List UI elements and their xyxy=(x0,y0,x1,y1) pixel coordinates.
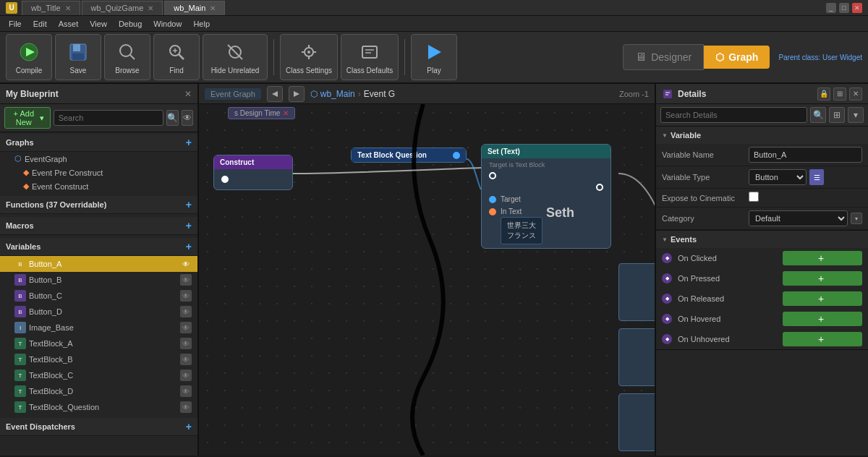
functions-add-icon[interactable]: + xyxy=(186,199,192,210)
node-group-1[interactable] xyxy=(618,263,655,321)
nav-back-button[interactable] xyxy=(267,86,283,102)
variable-button-b[interactable]: B Button_B 👁 xyxy=(0,272,197,288)
details-view-icon[interactable]: ⊞ xyxy=(829,107,845,123)
variable-button-a[interactable]: B Button_A 👁 xyxy=(0,256,197,272)
details-close-button[interactable]: ✕ xyxy=(849,87,862,101)
visibility-icon[interactable]: 👁 xyxy=(180,274,192,286)
construct-exec-out-pin[interactable] xyxy=(214,174,292,185)
visibility-icon[interactable]: 👁 xyxy=(180,370,192,381)
details-search-icon[interactable]: 🔍 xyxy=(810,107,826,123)
tab-wb-quizgame[interactable]: wb_QuizGame ✕ xyxy=(82,1,163,15)
maximize-button[interactable]: □ xyxy=(839,3,849,13)
graph-toggle-button[interactable]: ⬡ Graph xyxy=(704,46,770,69)
filter-icon[interactable]: 👁 xyxy=(182,110,193,126)
search-icon[interactable]: 🔍 xyxy=(166,110,179,126)
visibility-icon[interactable]: 👁 xyxy=(180,354,192,365)
tab-close-icon[interactable]: ✕ xyxy=(210,4,216,12)
tree-item-event-construct[interactable]: ◆ Event Construct xyxy=(0,179,197,193)
variable-textblock-a[interactable]: T TextBlock_A 👁 xyxy=(0,336,197,351)
visibility-icon[interactable]: 👁 xyxy=(180,338,192,349)
category-select[interactable]: Default xyxy=(749,210,848,226)
graph-canvas[interactable]: s Design Time ✕ Construct Text Block Que… xyxy=(199,104,655,456)
visibility-icon[interactable]: 👁 xyxy=(180,401,192,413)
exec-out-pin[interactable] xyxy=(482,181,610,193)
class-settings-button[interactable]: Class Settings xyxy=(280,34,338,80)
variables-add-icon[interactable]: + xyxy=(186,241,192,252)
variable-button-d[interactable]: B Button_D 👁 xyxy=(0,304,197,320)
close-button[interactable]: ✕ xyxy=(852,3,862,13)
details-lock-button[interactable]: 🔒 xyxy=(817,87,830,101)
variable-name-input[interactable] xyxy=(749,147,862,163)
add-new-button[interactable]: + Add New ▾ xyxy=(4,107,51,129)
details-grid-button[interactable]: ⊞ xyxy=(833,87,846,101)
macros-section-header[interactable]: Macros + xyxy=(0,217,197,235)
on-hovered-add-button[interactable] xyxy=(783,312,862,326)
on-unhovered-add-button[interactable] xyxy=(783,332,862,346)
node-group-3[interactable] xyxy=(618,393,655,451)
breadcrumb-wb-main[interactable]: wb_Main xyxy=(320,89,355,99)
menu-help[interactable]: Help xyxy=(187,18,216,30)
category-expand-icon[interactable]: ▾ xyxy=(851,213,862,224)
menu-asset[interactable]: Asset xyxy=(53,18,85,30)
target-pin[interactable]: Target xyxy=(482,193,610,205)
find-button[interactable]: Find xyxy=(153,34,200,80)
variable-textblock-d[interactable]: T TextBlock_D 👁 xyxy=(0,383,197,399)
on-released-add-button[interactable] xyxy=(783,291,862,306)
visibility-icon[interactable]: 👁 xyxy=(180,290,192,302)
menu-file[interactable]: File xyxy=(3,18,27,30)
details-search-input[interactable] xyxy=(660,107,807,123)
menu-view[interactable]: View xyxy=(84,18,113,30)
functions-section-header[interactable]: Functions (37 Overridable) + xyxy=(0,196,197,214)
on-pressed-add-button[interactable] xyxy=(783,271,862,286)
events-section-header[interactable]: Events xyxy=(656,231,868,248)
text-block-question-node[interactable]: Text Block Question xyxy=(351,148,467,163)
variable-button-c[interactable]: B Button_C 👁 xyxy=(0,288,197,304)
compile-button[interactable]: Compile xyxy=(6,34,52,80)
event-dispatchers-header[interactable]: Event Dispatchers + xyxy=(0,418,197,436)
set-text-node[interactable]: Set (Text) Target is Text Block Target xyxy=(481,144,611,249)
node-group-2[interactable] xyxy=(618,328,655,386)
minimize-button[interactable]: _ xyxy=(826,3,836,13)
play-button[interactable]: Play xyxy=(411,34,457,80)
tab-wb-title[interactable]: wb_Title ✕ xyxy=(22,1,80,15)
designer-toggle-button[interactable]: 🖥 Designer xyxy=(623,44,704,70)
tree-item-event-pre-construct[interactable]: ◆ Event Pre Construct xyxy=(0,166,197,179)
graphs-add-icon[interactable]: + xyxy=(186,137,192,148)
visibility-icon[interactable]: 👁 xyxy=(180,258,192,270)
menu-window[interactable]: Window xyxy=(148,18,187,30)
tree-item-eventgraph[interactable]: ⬡ EventGraph xyxy=(0,152,197,166)
visibility-icon[interactable]: 👁 xyxy=(180,385,192,397)
variable-image-base[interactable]: I Image_Base 👁 xyxy=(0,320,197,336)
tab-close-icon[interactable]: ✕ xyxy=(148,4,153,12)
variable-textblock-question[interactable]: T TextBlock_Question 👁 xyxy=(0,399,197,415)
event-dispatchers-add-icon[interactable]: + xyxy=(186,421,192,432)
macros-add-icon[interactable]: + xyxy=(186,220,192,231)
visibility-icon[interactable]: 👁 xyxy=(180,306,192,317)
variables-section-header[interactable]: Variables + xyxy=(0,238,197,256)
hide-unrelated-button[interactable]: Hide Unrelated xyxy=(203,34,268,80)
class-defaults-button[interactable]: Class Defaults xyxy=(341,34,399,80)
panel-close-icon[interactable]: ✕ xyxy=(184,89,192,99)
blueprint-search-input[interactable] xyxy=(54,110,163,126)
nav-forward-button[interactable] xyxy=(289,86,305,102)
variable-type-array-icon[interactable]: ☰ xyxy=(809,169,824,185)
graphs-section-header[interactable]: Graphs + xyxy=(0,134,197,152)
design-time-close[interactable]: ✕ xyxy=(283,109,289,117)
tab-close-icon[interactable]: ✕ xyxy=(65,4,71,12)
variable-type-select[interactable]: Button xyxy=(749,169,807,185)
menu-edit[interactable]: Edit xyxy=(27,18,53,30)
construct-node[interactable]: Construct xyxy=(213,155,293,190)
variable-textblock-c[interactable]: T TextBlock_C 👁 xyxy=(0,367,197,383)
on-clicked-add-button[interactable] xyxy=(783,251,862,265)
tab-wb-main[interactable]: wb_Main ✕ xyxy=(164,1,225,15)
save-button[interactable]: Save xyxy=(55,34,101,80)
visibility-icon[interactable]: 👁 xyxy=(180,322,192,333)
details-settings-icon[interactable]: ▾ xyxy=(848,107,864,123)
variable-section-header[interactable]: Variable xyxy=(656,127,868,144)
menu-debug[interactable]: Debug xyxy=(113,18,148,30)
event-graph-tab[interactable]: Event Graph xyxy=(205,88,261,100)
graph-area[interactable]: Event Graph ⬡ wb_Main › Event G Zoom -1 … xyxy=(199,84,655,456)
variable-textblock-b[interactable]: T TextBlock_B 👁 xyxy=(0,351,197,367)
expose-cinematic-checkbox[interactable] xyxy=(749,192,759,202)
exec-in-pin[interactable] xyxy=(482,170,610,181)
